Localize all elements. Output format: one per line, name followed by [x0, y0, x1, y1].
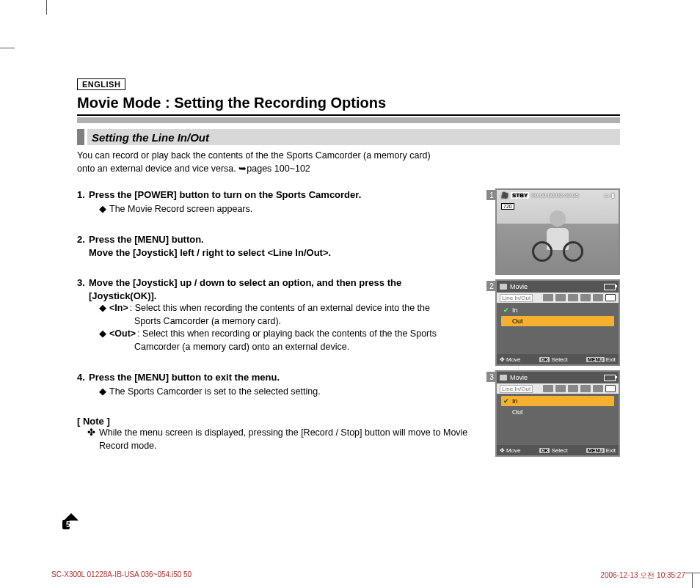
note-heading: [ Note ]: [77, 416, 481, 427]
menu-key-icon: MENU: [586, 357, 605, 362]
menu-row-in-selected: ✔In: [501, 396, 614, 406]
section-heading: Setting the Line In/Out: [77, 129, 620, 145]
menu-options: ✔In Out: [497, 303, 619, 354]
title-band: [77, 117, 620, 123]
instruction-column: 1.Press the [POWER] button to turn on th…: [77, 188, 481, 457]
section-tab: [77, 129, 84, 145]
foot-exit: Exit: [606, 447, 616, 454]
crop-mark: [692, 573, 693, 588]
option-out-text: : Select this when recording or playing …: [137, 328, 437, 341]
option-out-cont: Camcorder (a memory card) onto an extern…: [134, 341, 481, 354]
battery-icon: [604, 284, 616, 290]
option-in-text: : Select this when recording the content…: [130, 302, 430, 315]
language-label: ENGLISH: [77, 78, 125, 90]
option-in-label: <In>: [109, 302, 128, 315]
menu-row-out-selected: Out: [501, 316, 614, 326]
menu-row-out-label: Out: [512, 408, 523, 416]
option-out-label: <Out>: [109, 328, 136, 341]
menu-key-icon: MENU: [586, 448, 605, 453]
card-battery-icons: ▭ ▮: [604, 192, 614, 199]
figure-2: 2 Movie Line In/Out ✔In Out ✥Mov: [495, 279, 620, 366]
menu-row-in-label: In: [512, 306, 518, 314]
option-in-cont: Sports Camcorder (a memory card).: [134, 315, 481, 328]
step3-head-l1: Move the [Joystick] up / down to select …: [89, 277, 401, 288]
figure-1-number: 1: [486, 190, 497, 200]
step-4: 4.Press the [MENU] button to exit the me…: [77, 371, 481, 398]
step-2: 2.Press the [MENU] button. Move the [Joy…: [77, 233, 481, 259]
step2-head-l2: Move the [Joystick] left / right to sele…: [89, 247, 331, 258]
mode-label: Movie: [510, 374, 528, 381]
footer-right: 2006-12-13 오전 10:35:27: [600, 570, 685, 581]
foot-select: Select: [551, 356, 567, 363]
battery-icon: [604, 375, 616, 381]
note-bullet-icon: ✤: [87, 427, 99, 452]
active-tab-icon: [605, 294, 616, 301]
note-text: While the menu screen is displayed, pres…: [99, 427, 481, 452]
step4-sub: The Sports Camcorder is set to the selec…: [109, 386, 321, 397]
foot-move: Move: [506, 447, 521, 454]
footer-left: SC-X300L 01228A-IB-USA 036~054.i50 50: [51, 570, 192, 581]
menu-row-in-label: In: [512, 397, 518, 405]
resolution-badge: 720: [501, 203, 514, 210]
menu-title-label: Line In/Out: [500, 385, 533, 393]
crop-mark: [685, 573, 700, 573]
page-number: 50: [62, 520, 70, 529]
page-reference: ➥pages 100~102: [238, 163, 310, 174]
page-content: ENGLISH Movie Mode : Setting the Recordi…: [77, 77, 620, 457]
intro-line2: onto an external device and vice versa.: [77, 163, 238, 174]
camera-icon: [500, 375, 507, 381]
figure-column: 1 🎥 STBY 00:00:00/00:40:05 ▭ ▮ 720: [495, 188, 620, 457]
figure-1: 1 🎥 STBY 00:00:00/00:40:05 ▭ ▮ 720: [495, 188, 620, 275]
menu-footer: ✥Move OKSelect MENUExit: [497, 445, 619, 455]
intro-line1: You can record or play back the contents…: [77, 150, 431, 161]
page-title: Movie Mode : Setting the Recording Optio…: [77, 95, 620, 111]
stby-label: STBY: [511, 192, 529, 199]
section-title: Setting the Line In/Out: [87, 129, 620, 145]
mode-label: Movie: [510, 283, 528, 290]
step1-head: Press the [POWER] button to turn on the …: [89, 189, 361, 200]
step1-sub: The Movie Record screen appears.: [109, 204, 252, 214]
figure-3-number: 3: [486, 372, 497, 382]
foot-select: Select: [551, 447, 567, 454]
ok-key-icon: OK: [539, 448, 550, 453]
print-footer: SC-X300L 01228A-IB-USA 036~054.i50 50 20…: [51, 570, 685, 581]
step-3: 3.Move the [Joystick] up / down to selec…: [77, 276, 481, 353]
figure-3: 3 Movie Line In/Out ✔In Out ✥Mov: [495, 370, 620, 457]
menu-options: ✔In Out: [497, 394, 619, 445]
ok-key-icon: OK: [539, 357, 550, 362]
menu-footer: ✥Move OKSelect MENUExit: [497, 354, 619, 364]
joystick-icon: ✥: [500, 356, 505, 363]
menu-tabstrip: Line In/Out: [497, 293, 619, 303]
title-rule: [77, 114, 620, 116]
crop-mark: [46, 0, 47, 15]
foot-move: Move: [506, 356, 521, 363]
menu-row-out-label: Out: [512, 317, 523, 325]
step2-head-l1: Press the [MENU] button.: [89, 234, 204, 245]
menu-tabstrip: Line In/Out: [497, 383, 619, 394]
step3-head-l2: [Joystick(OK)].: [89, 290, 156, 301]
foot-exit: Exit: [606, 356, 616, 363]
camera-icon: 🎥: [501, 192, 508, 199]
menu-row-out: Out: [501, 407, 614, 417]
step-1: 1.Press the [POWER] button to turn on th…: [77, 188, 481, 216]
figure-1-bike: [532, 243, 583, 262]
menu-title-label: Line In/Out: [500, 294, 533, 302]
time-counter: 00:00:00/00:40:05: [531, 192, 579, 199]
camera-icon: [500, 284, 507, 290]
step4-head: Press the [MENU] button to exit the menu…: [89, 372, 280, 383]
figure-2-number: 2: [486, 281, 497, 291]
active-tab-icon: [605, 385, 616, 392]
joystick-icon: ✥: [500, 447, 505, 454]
menu-row-in: ✔In: [501, 305, 614, 315]
intro-text: You can record or play back the contents…: [77, 150, 620, 175]
crop-mark: [0, 48, 15, 48]
